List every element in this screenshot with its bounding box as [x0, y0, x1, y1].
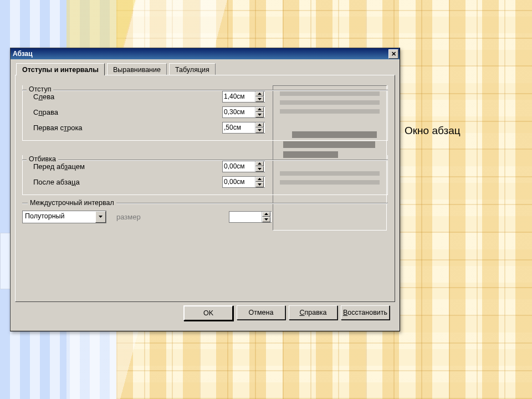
chevron-up-icon[interactable] [262, 212, 270, 217]
chevron-down-icon[interactable] [95, 211, 106, 223]
group-interline-title: Междустрочный интервал [28, 199, 116, 207]
paragraph-dialog: Абзац ✕ Отступы и интервалы Выравнивание… [10, 48, 400, 331]
indent-first-input[interactable] [223, 122, 255, 133]
chevron-down-icon[interactable] [255, 127, 264, 133]
svg-marker-6 [258, 162, 262, 165]
label-space-before: Перед абзацем [30, 162, 85, 171]
interline-size-input[interactable] [229, 212, 262, 222]
svg-marker-11 [264, 213, 268, 215]
svg-marker-8 [258, 178, 262, 180]
tab-align[interactable]: Выравнивание [107, 63, 167, 75]
svg-marker-3 [258, 114, 262, 116]
svg-marker-0 [258, 93, 262, 95]
label-indent-firstline: Первая строка [30, 124, 83, 132]
space-before-input[interactable] [223, 161, 255, 172]
chevron-down-icon[interactable] [255, 96, 264, 102]
svg-marker-10 [99, 216, 103, 218]
chevron-up-icon[interactable] [255, 91, 264, 97]
chevron-down-icon[interactable] [255, 166, 264, 172]
label-space-after: После абзаца [30, 178, 80, 186]
tab-strip: Отступы и интервалы Выравнивание Табуляц… [16, 63, 395, 75]
chevron-up-icon[interactable] [255, 161, 264, 167]
dialog-title: Абзац [13, 50, 388, 58]
label-indent-left: Слева [30, 93, 54, 101]
space-before-spinner[interactable] [222, 161, 265, 172]
ok-button[interactable]: OK [183, 305, 233, 321]
reset-button[interactable]: Восстановить [341, 305, 390, 320]
titlebar[interactable]: Абзац ✕ [11, 48, 400, 59]
chevron-up-icon[interactable] [255, 107, 264, 112]
indent-right-input[interactable] [223, 107, 255, 117]
label-interline-size: размер [113, 213, 141, 221]
group-spacing: Отбивка Перед абзацем После абзаца [22, 155, 388, 195]
space-after-input[interactable] [223, 177, 255, 187]
cancel-button[interactable]: Отмена [237, 305, 285, 320]
chevron-down-icon[interactable] [255, 112, 264, 117]
chevron-down-icon[interactable] [255, 182, 264, 187]
indent-right-spinner[interactable] [222, 106, 265, 118]
space-after-spinner[interactable] [222, 176, 265, 188]
svg-marker-9 [258, 183, 262, 186]
chevron-up-icon[interactable] [255, 122, 264, 128]
interline-combo[interactable]: Полуторный [22, 211, 106, 223]
chevron-down-icon[interactable] [262, 217, 270, 222]
slide-caption: Окно абзац [405, 125, 461, 137]
svg-marker-1 [258, 98, 262, 100]
interline-value: Полуторный [23, 211, 95, 223]
indent-left-input[interactable] [223, 91, 255, 102]
dialog-button-bar: OK Отмена Справка Восстановить [15, 302, 395, 325]
chevron-up-icon[interactable] [255, 177, 264, 182]
indent-left-spinner[interactable] [222, 91, 265, 103]
tab-tabstops[interactable]: Табуляция [169, 63, 216, 75]
svg-marker-4 [258, 124, 262, 126]
tab-indents[interactable]: Отступы и интервалы [16, 63, 105, 75]
svg-marker-2 [258, 108, 262, 110]
svg-marker-7 [258, 168, 262, 170]
indent-first-spinner[interactable] [222, 122, 265, 134]
interline-size-spinner[interactable] [229, 211, 272, 223]
group-indent: Отступ Слева Справа [22, 85, 388, 141]
group-indent-title: Отступ [27, 85, 53, 93]
group-spacing-title: Отбивка [27, 155, 58, 163]
help-button[interactable]: Справка [289, 305, 337, 320]
svg-marker-12 [264, 218, 268, 221]
close-icon[interactable]: ✕ [388, 49, 398, 59]
label-indent-right: Справа [30, 108, 58, 116]
svg-marker-5 [258, 129, 262, 131]
